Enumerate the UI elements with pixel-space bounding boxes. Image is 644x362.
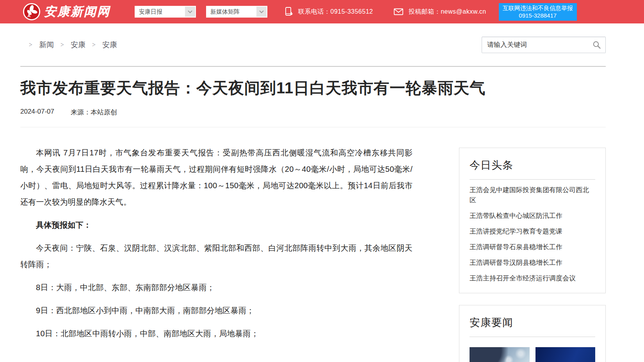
top-header: A 安康新闻网 安康日报 新媒体矩阵 联系电话：0915-3356512 [0, 0, 644, 23]
sidebar: 今日头条 王浩会见中建国际投资集团有限公司西北区 王浩带队检查中心城区防汛工作 … [459, 148, 606, 362]
mail-icon [393, 8, 404, 16]
todays-headlines-title: 今日头条 [470, 156, 595, 180]
site-logo[interactable]: A 安康新闻网 [23, 3, 110, 21]
headline-link[interactable]: 王浩调研督导石泉县稳增长工作 [470, 242, 595, 252]
search-icon[interactable] [592, 40, 601, 51]
page-container: > 新闻 > 安康 > 安康 我市发布重要天气报告：今天夜间到11日白天我市有一… [20, 37, 606, 362]
news-thumbnail-rain-photo[interactable] [470, 347, 530, 362]
site-logo-icon: A [23, 3, 41, 21]
article-paragraph: 9日：西北部地区小到中雨，中南部大雨，南部部分地区暴雨； [20, 302, 413, 319]
article-date: 2024-07-07 [20, 108, 54, 117]
newspaper-select-value: 安康日报 [139, 8, 162, 16]
chevron-down-icon [185, 7, 195, 17]
phone-icon [285, 7, 293, 17]
article-meta: 2024-07-07 来源：本站原创 [20, 108, 606, 117]
yaowen-graphic-label: 要闻 [559, 360, 588, 362]
breadcrumb-separator: > [60, 41, 64, 48]
illegal-report-line2: 0915-3288417 [502, 12, 574, 19]
chevron-down-icon [256, 7, 267, 17]
headline-link[interactable]: 王浩带队检查中心城区防汛工作 [470, 211, 595, 221]
breadcrumb-separator: > [92, 41, 96, 48]
media-matrix-select-value: 新媒体矩阵 [210, 8, 240, 16]
headline-link[interactable]: 王浩调研督导汉阴县稳增长工作 [470, 258, 595, 268]
todays-headlines-box: 今日头条 王浩会见中建国际投资集团有限公司西北区 王浩带队检查中心城区防汛工作 … [459, 148, 606, 293]
breadcrumb-item-ankang[interactable]: 安康 [71, 40, 85, 50]
todays-headlines-list: 王浩会见中建国际投资集团有限公司西北区 王浩带队检查中心城区防汛工作 王浩讲授党… [470, 185, 595, 284]
news-thumbnail-yaowen-graphic[interactable]: 要闻 [535, 347, 596, 362]
headline-link[interactable]: 王浩讲授党纪学习教育专题党课 [470, 226, 595, 237]
article-body: 本网讯 7月7日17时，市气象台发布重要天气报告：受副热带高压西北侧暖湿气流和高… [20, 127, 413, 342]
article-paragraph-forecast-heading: 具体预报如下： [20, 217, 413, 233]
article-paragraph: 10日：北部地区中雨转小雨，中部、南部地区大雨，局地暴雨； [20, 325, 413, 342]
breadcrumb-row: > 新闻 > 安康 > 安康 [20, 37, 606, 53]
headline-link[interactable]: 王浩主持召开全市经济运行调度会议 [470, 273, 595, 284]
article-paragraph: 今天夜间：宁陕、石泉、汉阴北部、汉滨北部、紫阳北部和西部、白河北部阵雨转中到大雨… [20, 240, 413, 273]
email-label: 投稿邮箱：news@akxw.cn [409, 8, 486, 16]
svg-text:A: A [27, 13, 30, 18]
section-divider [20, 66, 606, 67]
phone-label: 联系电话：0915-3356512 [298, 8, 373, 16]
illegal-report-line1: 互联网违法和不良信息举报 [502, 4, 574, 12]
site-logo-text: 安康新闻网 [44, 4, 110, 20]
ankang-news-thumbs: 要闻 [470, 347, 595, 362]
breadcrumb-item-ankang-2[interactable]: 安康 [102, 40, 117, 50]
contact-email: 投稿邮箱：news@akxw.cn [393, 8, 486, 16]
search-box [482, 37, 606, 53]
article-paragraph: 本网讯 7月7日17时，市气象台发布重要天气报告：受副热带高压西北侧暖湿气流和高… [20, 144, 413, 210]
search-input[interactable] [482, 37, 606, 53]
article-title: 我市发布重要天气报告：今天夜间到11日白天我市有一轮暴雨天气 [20, 78, 606, 97]
article-paragraph: 8日：大雨，中北部、东部、东南部部分地区暴雨； [20, 279, 413, 296]
newspaper-select[interactable]: 安康日报 [135, 6, 196, 18]
content-row: 本网讯 7月7日17时，市气象台发布重要天气报告：受副热带高压西北侧暖湿气流和高… [20, 127, 606, 362]
headline-link[interactable]: 王浩会见中建国际投资集团有限公司西北区 [470, 185, 595, 205]
breadcrumb-separator: > [29, 41, 32, 48]
breadcrumb-item-news[interactable]: 新闻 [39, 40, 54, 50]
media-matrix-select[interactable]: 新媒体矩阵 [206, 6, 267, 18]
breadcrumb: > 新闻 > 安康 > 安康 [20, 40, 117, 50]
article-source: 来源：本站原创 [71, 108, 117, 117]
illegal-report-button[interactable]: 互联网违法和不良信息举报 0915-3288417 [499, 3, 577, 21]
ankang-news-box: 安康要闻 要闻 [459, 305, 606, 362]
contact-phone: 联系电话：0915-3356512 [285, 7, 373, 17]
ankang-news-title: 安康要闻 [470, 313, 595, 337]
